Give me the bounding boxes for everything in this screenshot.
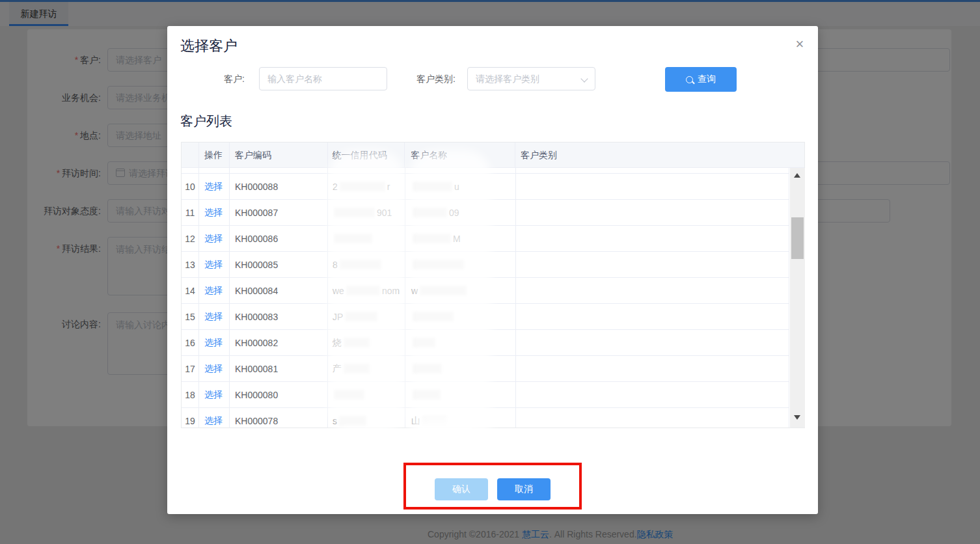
blurred-credit-code [334,390,364,400]
blurred-credit-code [334,234,372,243]
credit-cell [328,382,405,407]
credit-cell: 901 [328,200,405,225]
blurred-customer-name [413,312,454,321]
select-link[interactable]: 选择 [204,285,223,297]
table-header-row: 操作 客户编码 统一信用代码 客户名称 客户类别 [182,143,804,168]
row-number: 15 [182,304,199,329]
select-link[interactable]: 选择 [204,363,223,375]
query-button[interactable]: 查询 [665,67,737,92]
dialog-title: 选择客户 [180,36,238,56]
row-number: 19 [182,408,199,428]
blurred-customer-name [413,208,447,217]
select-placeholder: 请选择客户类别 [476,74,539,84]
name-fragment: M [453,234,461,244]
category-cell [516,382,789,407]
customer-list-title: 客户列表 [180,113,232,130]
table-row: 19 选择 KH000078 s 山 [182,408,789,428]
name-cell: 山 [405,408,516,428]
table-row: 10 选择 KH000088 2 r u [182,174,789,200]
customer-code: KH000088 [230,174,328,199]
select-link[interactable]: 选择 [204,207,223,219]
customer-code: KH000084 [230,278,328,303]
credit-cell [328,226,405,251]
row-number: 13 [182,252,199,277]
blurred-credit-code [344,364,370,374]
search-customer-label: 客户: [193,67,245,91]
table-scrollbar[interactable] [790,168,805,428]
table-row: 11 选择 KH000087 901 09 [182,200,789,226]
customer-code: KH000078 [230,408,328,428]
customer-code: KH000082 [230,330,328,355]
table-row: 18 选择 KH000080 [182,382,789,408]
row-number: 12 [182,226,199,251]
table-row: 13 选择 KH000085 8 [182,252,789,278]
header-customer-category: 客户类别 [515,143,804,167]
row-number: 14 [182,278,199,303]
blurred-credit-code [334,208,375,217]
select-link[interactable]: 选择 [204,389,223,401]
blurred-customer-name [413,390,441,400]
credit-fragment: nom [382,286,400,296]
select-link[interactable]: 选择 [204,259,223,271]
table-row: 12 选择 KH000086 M [182,226,789,252]
customer-code: KH000080 [230,382,328,407]
credit-fragment: 2 [333,182,338,192]
credit-cell: 2 r [328,174,405,199]
header-customer-name: 客户名称 [405,143,515,167]
customer-name-input[interactable] [259,67,387,90]
scroll-down-icon[interactable] [794,415,800,420]
blurred-customer-name [413,364,442,374]
customer-code: KH000087 [230,200,328,225]
credit-fragment: 烧 [333,337,342,349]
credit-fragment: r [387,182,390,192]
row-number: 16 [182,330,199,355]
select-link[interactable]: 选择 [204,337,223,349]
blurred-customer-name [413,338,435,347]
search-category-label: 客户类别: [390,67,456,91]
name-fragment: 09 [449,208,459,218]
select-link[interactable]: 选择 [204,181,223,193]
credit-cell: 产 [328,356,405,381]
customer-code: KH000086 [230,226,328,251]
customer-code: KH000085 [230,252,328,277]
name-cell: u [405,174,516,199]
table-row-partial [182,168,789,174]
name-cell: M [405,226,516,251]
credit-cell: 烧 [328,330,405,355]
scrollbar-thumb[interactable] [791,217,804,259]
customer-code: KH000083 [230,304,328,329]
blurred-customer-name [420,286,467,295]
blurred-customer-name [413,260,464,269]
screen: 新建拜访 *客户: 请选择客户 业务机会: 请选择业务机会 *地点: 请选择地址… [0,0,980,544]
credit-cell: 8 [328,252,405,277]
credit-fragment: 901 [377,208,392,218]
category-cell [516,226,789,251]
name-cell [405,382,516,407]
header-action: 操作 [199,143,230,167]
row-number: 10 [182,174,199,199]
close-icon[interactable]: × [791,35,809,53]
name-fragment: u [454,182,459,192]
category-cell [516,408,789,428]
select-link[interactable]: 选择 [204,415,223,427]
select-link[interactable]: 选择 [204,311,223,323]
table-row: 16 选择 KH000082 烧 [182,330,789,356]
name-cell [405,252,516,277]
credit-fragment: s [333,416,337,426]
blurred-credit-code [340,182,385,191]
confirm-button[interactable]: 确认 [435,478,488,500]
credit-cell: JP [328,304,405,329]
name-cell [405,304,516,329]
customer-category-select[interactable]: 请选择客户类别 [467,67,595,90]
category-cell [516,252,789,277]
table-row: 15 选择 KH000083 JP [182,304,789,330]
blurred-credit-code [345,312,377,321]
cancel-button[interactable]: 取消 [497,478,551,500]
blurred-credit-code [344,338,370,347]
scroll-up-icon[interactable] [794,173,800,178]
category-cell [516,330,789,355]
category-cell [516,200,789,225]
select-link[interactable]: 选择 [204,233,223,245]
search-icon [686,76,693,83]
row-number: 18 [182,382,199,407]
